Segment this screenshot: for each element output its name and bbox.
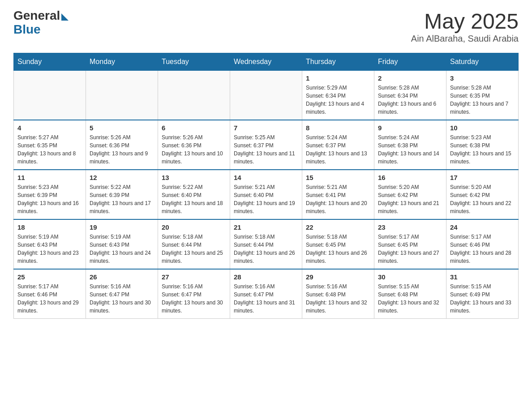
calendar-day-cell: 29Sunrise: 5:16 AMSunset: 6:48 PMDayligh… <box>302 269 374 319</box>
calendar-day-cell: 30Sunrise: 5:15 AMSunset: 6:48 PMDayligh… <box>374 269 446 319</box>
calendar-day-cell: 18Sunrise: 5:19 AMSunset: 6:43 PMDayligh… <box>14 219 86 269</box>
day-info: Sunrise: 5:28 AMSunset: 6:34 PMDaylight:… <box>378 84 442 116</box>
calendar-day-cell: 15Sunrise: 5:21 AMSunset: 6:41 PMDayligh… <box>302 170 374 219</box>
calendar-day-cell: 2Sunrise: 5:28 AMSunset: 6:34 PMDaylight… <box>374 71 446 120</box>
month-title: May 2025 <box>411 9 519 34</box>
logo-general-text: General <box>13 9 60 23</box>
day-info: Sunrise: 5:28 AMSunset: 6:35 PMDaylight:… <box>450 84 515 116</box>
calendar-day-cell: 7Sunrise: 5:25 AMSunset: 6:37 PMDaylight… <box>230 120 302 170</box>
calendar-day-cell: 10Sunrise: 5:23 AMSunset: 6:38 PMDayligh… <box>446 120 519 170</box>
day-info: Sunrise: 5:23 AMSunset: 6:39 PMDaylight:… <box>17 183 82 215</box>
day-number: 10 <box>450 124 515 132</box>
day-info: Sunrise: 5:15 AMSunset: 6:49 PMDaylight:… <box>450 283 515 315</box>
calendar-day-cell: 19Sunrise: 5:19 AMSunset: 6:43 PMDayligh… <box>86 219 158 269</box>
page-header: General Blue May 2025 Ain AlBaraha, Saud… <box>13 9 519 44</box>
calendar-week-row: 1Sunrise: 5:29 AMSunset: 6:34 PMDaylight… <box>14 71 519 120</box>
day-number: 26 <box>90 273 154 281</box>
day-number: 31 <box>450 273 515 281</box>
logo-blue-text: Blue <box>13 23 69 37</box>
day-info: Sunrise: 5:17 AMSunset: 6:46 PMDaylight:… <box>17 283 82 315</box>
day-number: 20 <box>162 223 226 231</box>
calendar-day-cell: 12Sunrise: 5:22 AMSunset: 6:39 PMDayligh… <box>86 170 158 219</box>
day-info: Sunrise: 5:16 AMSunset: 6:48 PMDaylight:… <box>306 283 370 315</box>
calendar-week-row: 18Sunrise: 5:19 AMSunset: 6:43 PMDayligh… <box>14 219 519 269</box>
calendar-table: SundayMondayTuesdayWednesdayThursdayFrid… <box>13 53 519 319</box>
calendar-day-cell: 16Sunrise: 5:20 AMSunset: 6:42 PMDayligh… <box>374 170 446 219</box>
day-number: 9 <box>378 124 442 132</box>
day-of-week-header: Saturday <box>446 53 519 71</box>
calendar-day-cell: 21Sunrise: 5:18 AMSunset: 6:44 PMDayligh… <box>230 219 302 269</box>
day-info: Sunrise: 5:25 AMSunset: 6:37 PMDaylight:… <box>234 133 298 166</box>
day-info: Sunrise: 5:29 AMSunset: 6:34 PMDaylight:… <box>306 84 370 116</box>
day-number: 8 <box>306 124 370 132</box>
day-of-week-header: Wednesday <box>230 53 302 71</box>
calendar-week-row: 11Sunrise: 5:23 AMSunset: 6:39 PMDayligh… <box>14 170 519 219</box>
day-of-week-header: Tuesday <box>158 53 230 71</box>
day-of-week-header: Friday <box>374 53 446 71</box>
day-info: Sunrise: 5:15 AMSunset: 6:48 PMDaylight:… <box>378 283 442 315</box>
day-info: Sunrise: 5:27 AMSunset: 6:35 PMDaylight:… <box>17 133 82 166</box>
location-text: Ain AlBaraha, Saudi Arabia <box>411 34 519 44</box>
day-number: 18 <box>17 223 82 231</box>
day-number: 23 <box>378 223 442 231</box>
day-info: Sunrise: 5:16 AMSunset: 6:47 PMDaylight:… <box>90 283 154 315</box>
day-number: 6 <box>162 124 226 132</box>
day-info: Sunrise: 5:19 AMSunset: 6:43 PMDaylight:… <box>90 233 154 265</box>
day-number: 2 <box>378 74 442 82</box>
day-info: Sunrise: 5:18 AMSunset: 6:44 PMDaylight:… <box>234 233 298 265</box>
day-info: Sunrise: 5:26 AMSunset: 6:36 PMDaylight:… <box>162 133 226 166</box>
day-of-week-header: Sunday <box>14 53 86 71</box>
day-number: 22 <box>306 223 370 231</box>
calendar-day-cell: 3Sunrise: 5:28 AMSunset: 6:35 PMDaylight… <box>446 71 519 120</box>
day-number: 5 <box>90 124 154 132</box>
calendar-day-cell: 20Sunrise: 5:18 AMSunset: 6:44 PMDayligh… <box>158 219 230 269</box>
day-info: Sunrise: 5:17 AMSunset: 6:46 PMDaylight:… <box>450 233 515 265</box>
calendar-day-cell: 9Sunrise: 5:24 AMSunset: 6:38 PMDaylight… <box>374 120 446 170</box>
calendar-day-cell: 8Sunrise: 5:24 AMSunset: 6:37 PMDaylight… <box>302 120 374 170</box>
day-info: Sunrise: 5:21 AMSunset: 6:41 PMDaylight:… <box>306 183 370 215</box>
day-number: 1 <box>306 74 370 82</box>
day-info: Sunrise: 5:24 AMSunset: 6:38 PMDaylight:… <box>378 133 442 166</box>
calendar-day-cell <box>86 71 158 120</box>
day-number: 29 <box>306 273 370 281</box>
day-number: 15 <box>306 174 370 181</box>
day-info: Sunrise: 5:18 AMSunset: 6:45 PMDaylight:… <box>306 233 370 265</box>
day-number: 14 <box>234 174 298 181</box>
day-number: 7 <box>234 124 298 132</box>
day-number: 21 <box>234 223 298 231</box>
calendar-day-cell <box>230 71 302 120</box>
calendar-day-cell: 25Sunrise: 5:17 AMSunset: 6:46 PMDayligh… <box>14 269 86 319</box>
day-number: 13 <box>162 174 226 181</box>
day-number: 25 <box>17 273 82 281</box>
day-info: Sunrise: 5:24 AMSunset: 6:37 PMDaylight:… <box>306 133 370 166</box>
day-info: Sunrise: 5:22 AMSunset: 6:40 PMDaylight:… <box>162 183 226 215</box>
calendar-day-cell: 1Sunrise: 5:29 AMSunset: 6:34 PMDaylight… <box>302 71 374 120</box>
title-area: May 2025 Ain AlBaraha, Saudi Arabia <box>411 9 519 44</box>
calendar-day-cell: 22Sunrise: 5:18 AMSunset: 6:45 PMDayligh… <box>302 219 374 269</box>
day-info: Sunrise: 5:23 AMSunset: 6:38 PMDaylight:… <box>450 133 515 166</box>
day-number: 3 <box>450 74 515 82</box>
day-number: 4 <box>17 124 82 132</box>
day-number: 12 <box>90 174 154 181</box>
calendar-day-cell: 6Sunrise: 5:26 AMSunset: 6:36 PMDaylight… <box>158 120 230 170</box>
day-number: 27 <box>162 273 226 281</box>
day-info: Sunrise: 5:16 AMSunset: 6:47 PMDaylight:… <box>234 283 298 315</box>
day-number: 24 <box>450 223 515 231</box>
calendar-day-cell: 28Sunrise: 5:16 AMSunset: 6:47 PMDayligh… <box>230 269 302 319</box>
day-info: Sunrise: 5:22 AMSunset: 6:39 PMDaylight:… <box>90 183 154 215</box>
calendar-day-cell: 4Sunrise: 5:27 AMSunset: 6:35 PMDaylight… <box>14 120 86 170</box>
calendar-day-cell: 11Sunrise: 5:23 AMSunset: 6:39 PMDayligh… <box>14 170 86 219</box>
day-info: Sunrise: 5:21 AMSunset: 6:40 PMDaylight:… <box>234 183 298 215</box>
calendar-day-cell: 26Sunrise: 5:16 AMSunset: 6:47 PMDayligh… <box>86 269 158 319</box>
calendar-day-cell: 5Sunrise: 5:26 AMSunset: 6:36 PMDaylight… <box>86 120 158 170</box>
day-info: Sunrise: 5:18 AMSunset: 6:44 PMDaylight:… <box>162 233 226 265</box>
calendar-week-row: 25Sunrise: 5:17 AMSunset: 6:46 PMDayligh… <box>14 269 519 319</box>
calendar-day-cell: 17Sunrise: 5:20 AMSunset: 6:42 PMDayligh… <box>446 170 519 219</box>
calendar-day-cell: 31Sunrise: 5:15 AMSunset: 6:49 PMDayligh… <box>446 269 519 319</box>
day-info: Sunrise: 5:19 AMSunset: 6:43 PMDaylight:… <box>17 233 82 265</box>
day-number: 28 <box>234 273 298 281</box>
day-number: 11 <box>17 174 82 181</box>
calendar-day-cell: 23Sunrise: 5:17 AMSunset: 6:45 PMDayligh… <box>374 219 446 269</box>
calendar-week-row: 4Sunrise: 5:27 AMSunset: 6:35 PMDaylight… <box>14 120 519 170</box>
day-number: 17 <box>450 174 515 181</box>
